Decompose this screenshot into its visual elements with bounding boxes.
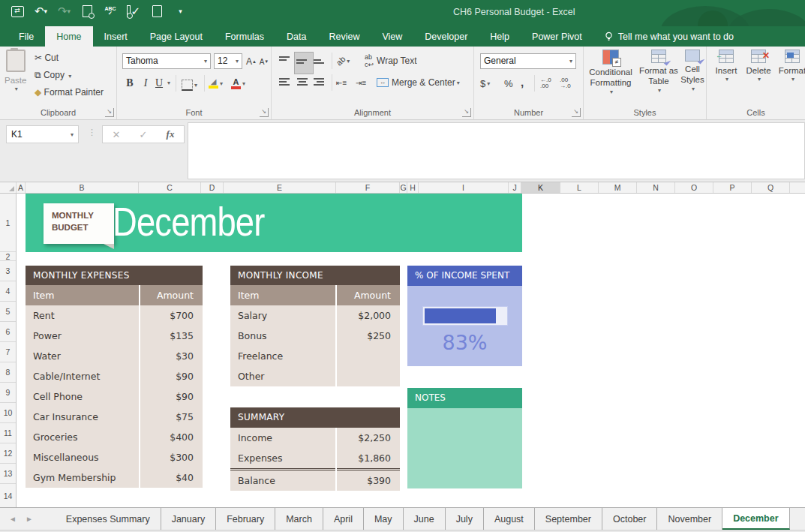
copy-button[interactable]: ⧉ Copy ▾ [35, 70, 71, 80]
row-header-13[interactable]: 13 [0, 464, 16, 484]
worksheet[interactable]: MONTHLY BUDGET December MONTHLY EXPENSES… [17, 194, 805, 507]
ribbon-tab-view[interactable]: View [371, 26, 413, 47]
column-header-a[interactable]: A [17, 182, 26, 193]
tell-me-box[interactable]: Tell me what you want to do [604, 26, 734, 47]
column-header-k-selected[interactable]: K [521, 182, 560, 193]
income-row[interactable]: Other [230, 366, 400, 386]
row-header-6[interactable]: 6 [0, 322, 16, 342]
ribbon-tab-review[interactable]: Review [317, 26, 371, 47]
format-as-table-button[interactable]: Format as Table ▾ [638, 50, 679, 95]
bold-button[interactable]: B [124, 75, 136, 92]
font-size-combo[interactable]: 12 ▾ [214, 53, 242, 69]
format-painter-button[interactable]: ◆ Format Painter [35, 87, 104, 98]
summary-balance-row[interactable]: Balance$390 [230, 468, 400, 491]
sheet-tab-august[interactable]: August [484, 508, 535, 530]
decrease-indent-button[interactable]: ⇤≡ [336, 74, 347, 91]
row-header-3[interactable]: 3 [0, 261, 16, 281]
conditional-formatting-button[interactable]: ≠ Conditional Formatting ▾ [586, 50, 635, 96]
income-row[interactable]: Freelance [230, 346, 400, 366]
expense-row[interactable]: Cable/Internet$90 [26, 366, 203, 386]
font-dialog-launcher[interactable]: ↘ [260, 108, 269, 117]
percent-style-button[interactable]: % [504, 75, 513, 92]
wrap-text-button[interactable]: abc↩ Wrap Text [365, 53, 417, 69]
delete-cells-button[interactable]: ✕ Delete ▾ [744, 50, 773, 83]
ribbon-tab-page-layout[interactable]: Page Layout [139, 26, 214, 47]
row-header-1[interactable]: 1 [0, 194, 16, 252]
expense-row[interactable]: Car Insurance$75 [26, 407, 203, 427]
ribbon-tab-home[interactable]: Home [45, 26, 92, 47]
redo-icon[interactable]: ↷▾ [57, 4, 71, 19]
paste-button[interactable]: Paste ▾ [5, 50, 26, 93]
column-header-p[interactable]: P [713, 182, 752, 193]
sheet-tab-december-active[interactable]: December [722, 508, 789, 530]
sheet-tab-march[interactable]: March [275, 508, 323, 530]
ribbon-tab-data[interactable]: Data [275, 26, 317, 47]
comma-style-button[interactable]: , [521, 74, 524, 90]
align-top-button[interactable] [278, 53, 296, 74]
cut-button[interactable]: ✂ Cut [35, 53, 59, 63]
row-header-4[interactable]: 4 [0, 281, 16, 302]
summary-row[interactable]: Expenses$1,860 [230, 448, 400, 468]
sheet-tab-february[interactable]: February [216, 508, 275, 530]
column-header-o[interactable]: O [675, 182, 713, 193]
sheet-tab-july[interactable]: July [446, 508, 484, 530]
increase-font-size-button[interactable]: A▲ [245, 53, 257, 70]
sheet-nav-left-icon[interactable]: ◄ [0, 508, 26, 530]
expense-row[interactable]: Water$30 [26, 346, 203, 366]
sheet-tab-expenses-summary[interactable]: Expenses Summary [56, 508, 161, 530]
cancel-icon[interactable]: ✕ [113, 129, 121, 140]
sheet-tab-october[interactable]: October [602, 508, 657, 530]
sheet-tab-may[interactable]: May [364, 508, 404, 530]
format-cells-button[interactable]: Format ▾ [777, 50, 805, 83]
font-name-combo[interactable]: Tahoma ▾ [122, 53, 211, 69]
insert-function-icon[interactable]: fx [167, 128, 175, 140]
row-header-11[interactable]: 11 [0, 423, 16, 443]
fill-color-button[interactable]: ◢ ▾ [209, 75, 223, 92]
column-header-i[interactable]: I [419, 182, 509, 193]
sheet-tab-september[interactable]: September [535, 508, 602, 530]
column-header-h[interactable]: H [407, 182, 419, 193]
ribbon-tab-developer[interactable]: Developer [413, 26, 479, 47]
expense-row[interactable]: Groceries$400 [26, 427, 203, 447]
borders-button[interactable]: ▾ [182, 77, 197, 93]
enter-icon[interactable]: ✓ [140, 129, 148, 140]
cell-styles-button[interactable]: Cell Styles ▾ [679, 50, 706, 93]
column-header-f[interactable]: F [336, 182, 400, 193]
customize-quick-access-icon[interactable]: ▾ [173, 4, 187, 19]
name-box[interactable]: K1 ▾ [6, 125, 79, 143]
expense-row[interactable]: Gym Membership$40 [26, 467, 203, 488]
income-row[interactable]: Bonus$250 [230, 326, 400, 346]
sheet-tab-june[interactable]: June [404, 508, 446, 530]
orientation-button[interactable]: ab ▾ [336, 53, 350, 69]
notes-body[interactable] [407, 408, 522, 488]
column-header-m[interactable]: M [599, 182, 637, 193]
merge-center-button[interactable]: ↔ Merge & Center ▾ [377, 74, 460, 91]
expense-row[interactable]: Rent$700 [26, 305, 203, 326]
increase-decimal-button[interactable]: ←.0.00 [540, 75, 551, 92]
name-box-splitter[interactable]: ⋮ [88, 128, 97, 137]
ribbon-tab-file[interactable]: File [8, 26, 45, 47]
column-header-g[interactable]: G [400, 182, 407, 193]
column-header-l[interactable]: L [560, 182, 599, 193]
ribbon-tab-formulas[interactable]: Formulas [214, 26, 275, 47]
decrease-font-size-button[interactable]: A▼ [258, 53, 270, 70]
row-header-2[interactable]: 2 [0, 252, 16, 261]
column-header-c[interactable]: C [139, 182, 201, 193]
print-preview-icon[interactable] [80, 4, 94, 19]
insert-cells-button[interactable]: ← Insert ▾ [713, 50, 740, 83]
chevron-down-icon[interactable]: ▾ [167, 80, 170, 86]
select-all-corner[interactable] [0, 182, 17, 193]
spelling-check-icon[interactable]: ABC✓ [104, 4, 117, 19]
italic-button[interactable]: I [140, 75, 151, 92]
expense-row[interactable]: Cell Phone$90 [26, 386, 203, 407]
sheet-tab-april[interactable]: April [323, 508, 364, 530]
column-header-d[interactable]: D [201, 182, 224, 193]
sheet-nav-right-icon[interactable]: ► [26, 508, 42, 530]
column-header-q[interactable]: Q [752, 182, 790, 193]
formula-input[interactable] [188, 122, 805, 179]
quick-print-icon[interactable]: ✓ [127, 4, 140, 19]
clipboard-dialog-launcher[interactable]: ↘ [105, 108, 114, 117]
expense-row[interactable]: Miscellaneous$300 [26, 447, 203, 467]
ribbon-tab-help[interactable]: Help [479, 26, 521, 47]
undo-icon[interactable]: ↶▾ [34, 4, 47, 19]
